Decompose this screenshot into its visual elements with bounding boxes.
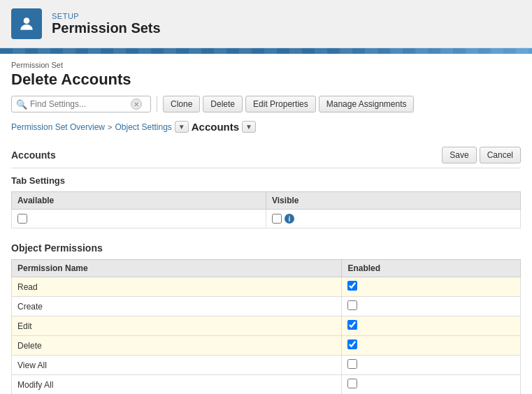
object-settings-dropdown[interactable]: ▼ [175,121,189,133]
breadcrumb-current: Accounts [192,121,239,133]
clear-icon[interactable]: ✕ [131,98,142,110]
permissions-table: Permission Name Enabled ReadCreateEditDe… [11,259,521,394]
tab-visible-cell: i [266,210,521,228]
permission-set-label: Permission Set [11,61,521,69]
perm-name-cell: Create [12,297,342,316]
cancel-button[interactable]: Cancel [480,147,521,163]
breadcrumb-overview-link[interactable]: Permission Set Overview [11,122,105,132]
perm-name-cell: View All [12,356,342,375]
perm-enabled-checkbox[interactable] [347,300,357,310]
perm-enabled-cell [342,297,521,316]
perm-enabled-checkbox[interactable] [347,281,357,291]
table-row: Create [12,297,521,316]
table-row: Read [12,277,521,297]
accounts-actions: Save Cancel [442,147,521,163]
perm-enabled-cell [342,336,521,356]
table-row: Modify All [12,375,521,395]
person-icon [17,15,36,33]
breadcrumb: Permission Set Overview > Object Setting… [11,121,521,133]
perm-name-cell: Edit [12,316,342,336]
perm-enabled-checkbox[interactable] [347,379,357,388]
perm-enabled-cell [342,356,521,375]
perm-name-cell: Modify All [12,375,342,395]
info-icon[interactable]: i [285,214,294,224]
perm-enabled-cell [342,316,521,336]
setup-label: SETUP [52,12,161,20]
perm-enabled-checkbox[interactable] [347,320,357,330]
perm-enabled-checkbox[interactable] [347,340,357,349]
header-title: Permission Sets [52,20,161,36]
tab-settings-title: Tab Settings [11,175,521,186]
perm-col-enabled: Enabled [342,260,521,277]
delete-button[interactable]: Delete [203,96,243,112]
table-row: View All [12,356,521,375]
page-title: Delete Accounts [11,71,521,89]
tab-available-checkbox[interactable] [17,214,27,224]
header-text: SETUP Permission Sets [52,12,161,36]
perm-enabled-cell [342,277,521,297]
toolbar: 🔍 ✕ Clone Delete Edit Properties Manage … [11,96,521,112]
tab-settings-table: Available Visible i [11,191,521,228]
tab-visible-checkbox[interactable] [272,214,282,224]
search-box: 🔍 ✕ [11,96,151,112]
table-row: Edit [12,316,521,336]
accounts-title: Accounts [11,149,56,161]
perm-col-name: Permission Name [12,260,342,277]
blue-band [0,48,532,54]
save-button[interactable]: Save [442,147,476,163]
col-available: Available [12,192,266,210]
perm-name-cell: Read [12,277,342,297]
edit-properties-button[interactable]: Edit Properties [245,96,316,112]
breadcrumb-object-settings-link[interactable]: Object Settings [115,122,171,132]
perm-name-cell: Delete [12,336,342,356]
svg-point-0 [24,17,30,24]
search-icon: 🔍 [16,99,27,110]
accounts-dropdown[interactable]: ▼ [242,121,256,133]
content-area: Permission Set Delete Accounts 🔍 ✕ Clone… [0,54,532,394]
search-input[interactable] [30,99,128,109]
clone-button[interactable]: Clone [163,96,200,112]
table-row: Delete [12,336,521,356]
header: SETUP Permission Sets [0,0,532,48]
header-icon [11,8,42,39]
toolbar-divider [157,96,157,112]
perm-enabled-checkbox[interactable] [347,359,357,369]
tab-available-cell [12,210,266,228]
breadcrumb-sep1: > [108,123,112,131]
accounts-section-header: Accounts Save Cancel [11,143,521,168]
perm-enabled-cell [342,375,521,395]
object-permissions-title: Object Permissions [11,242,521,254]
col-visible: Visible [266,192,521,210]
manage-assignments-button[interactable]: Manage Assignments [319,96,415,112]
